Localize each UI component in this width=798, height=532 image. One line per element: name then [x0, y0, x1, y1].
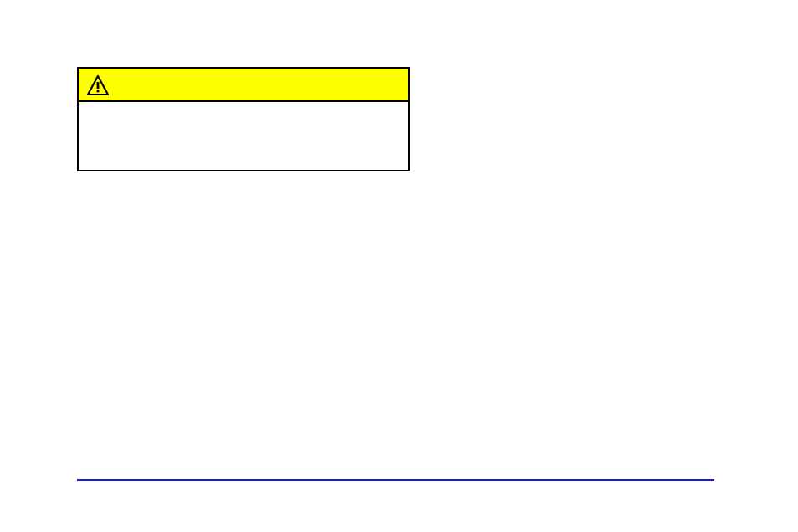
caution-box: CAUTION: If an object is lodged between … [77, 67, 410, 171]
paragraph: The HUD may also be turned off by turnin… [77, 219, 714, 237]
body-text: The HUD may also be turned off by turnin… [77, 219, 714, 358]
svg-rect-1 [97, 82, 100, 89]
warning-triangle-icon [87, 75, 109, 95]
page-footer: 2-79 [77, 479, 714, 499]
caution-header: CAUTION: [79, 69, 408, 102]
caution-body: If an object is lodged between the HUD d… [79, 102, 408, 170]
svg-rect-2 [97, 90, 100, 93]
caution-label: CAUTION: [117, 77, 192, 95]
paragraph: To adjust the HUD so you can see it prop… [77, 245, 714, 350]
page-number: 2-79 [77, 486, 100, 499]
